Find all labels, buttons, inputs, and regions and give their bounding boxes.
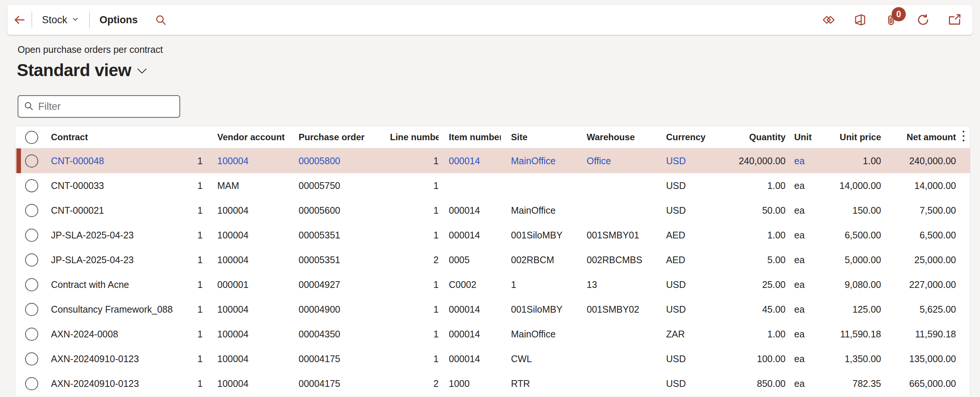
cell-n1[interactable]: 1	[182, 205, 203, 216]
row-select-radio[interactable]	[25, 254, 38, 266]
cell-site[interactable]: MainOffice	[501, 329, 576, 340]
column-header-vendor[interactable]: Vendor account	[203, 132, 293, 142]
cell-n1[interactable]: 1	[182, 304, 203, 315]
cell-po[interactable]: 00004927	[293, 279, 390, 290]
cell-line[interactable]: 1	[390, 230, 439, 241]
cell-item[interactable]: 1000	[439, 378, 501, 389]
cell-vendor[interactable]: MAM	[203, 180, 293, 191]
row-select-radio[interactable]	[25, 377, 38, 390]
cell-net[interactable]: 7,500.00	[881, 205, 956, 216]
cell-price[interactable]: 11,590.18	[814, 329, 881, 340]
office-button[interactable]	[852, 9, 869, 31]
cell-price[interactable]: 782.35	[814, 378, 881, 389]
cell-po[interactable]: 00005351	[293, 230, 390, 241]
cell-item[interactable]: 000014	[439, 329, 501, 340]
cell-qty[interactable]: 1.00	[712, 329, 788, 340]
cell-line[interactable]: 1	[390, 279, 439, 290]
cell-currency[interactable]: AED	[656, 255, 712, 265]
cell-vendor[interactable]: 100004	[203, 230, 293, 241]
refresh-button[interactable]	[915, 9, 931, 31]
cell-net[interactable]: 240,000.00	[881, 156, 956, 166]
table-row[interactable]: CNT-0000331MAM000057501USD1.00ea14,000.0…	[15, 173, 970, 198]
cell-net[interactable]: 5,625.00	[881, 304, 956, 315]
cell-qty[interactable]: 1.00	[712, 180, 788, 191]
cell-site[interactable]: 1	[501, 279, 576, 290]
cell-currency[interactable]: USD	[656, 279, 712, 290]
cell-n1[interactable]: 1	[182, 354, 203, 364]
cell-net[interactable]: 14,000.00	[881, 180, 956, 191]
cell-item[interactable]: 0005	[439, 255, 501, 265]
column-header-unit[interactable]: Unit	[788, 132, 814, 142]
column-options-button[interactable]	[956, 126, 970, 148]
cell-qty[interactable]: 100.00	[712, 354, 788, 364]
cell-unit[interactable]: ea	[788, 304, 814, 315]
cell-contract[interactable]: CNT-000021	[51, 205, 182, 216]
cell-vendor[interactable]: 100004	[203, 354, 293, 364]
cell-po[interactable]: 00004350	[293, 329, 390, 340]
table-row[interactable]: AXN-20240910-01231100004000041751000014C…	[15, 346, 970, 371]
cell-unit[interactable]: ea	[788, 354, 814, 364]
column-header-site[interactable]: Site	[501, 132, 576, 142]
cell-item[interactable]: 000014	[439, 156, 501, 166]
power-apps-button[interactable]	[821, 9, 837, 31]
cell-contract[interactable]: CNT-000033	[51, 180, 182, 191]
cell-contract[interactable]: JP-SLA-2025-04-23	[51, 230, 182, 241]
search-button[interactable]	[148, 5, 174, 35]
cell-qty[interactable]: 5.00	[712, 255, 788, 265]
cell-currency[interactable]: USD	[656, 354, 712, 364]
column-header-qty[interactable]: Quantity	[712, 132, 788, 142]
table-row[interactable]: AXN-20240910-012311000040000417521000RTR…	[15, 371, 970, 396]
cell-price[interactable]: 150.00	[814, 205, 881, 216]
cell-price[interactable]: 5,000.00	[814, 255, 881, 265]
cell-currency[interactable]: USD	[656, 156, 712, 166]
cell-vendor[interactable]: 100004	[203, 156, 293, 166]
attachments-button[interactable]: 0	[883, 9, 900, 31]
table-row[interactable]: AXN-2024-00081100004000043501000014MainO…	[15, 322, 970, 346]
cell-price[interactable]: 125.00	[814, 304, 881, 315]
cell-currency[interactable]: AED	[656, 230, 712, 241]
row-select-radio[interactable]	[25, 204, 38, 217]
table-row[interactable]: CNT-0000481100004000058001000014MainOffi…	[15, 148, 970, 173]
row-select-radio[interactable]	[25, 155, 38, 167]
cell-price[interactable]: 1,350.00	[814, 354, 881, 364]
cell-contract[interactable]: JP-SLA-2025-04-23	[51, 255, 182, 265]
cell-line[interactable]: 1	[390, 205, 439, 216]
cell-item[interactable]: 000014	[439, 205, 501, 216]
cell-net[interactable]: 665,000.00	[881, 378, 956, 389]
cell-line[interactable]: 1	[390, 156, 439, 166]
column-header-warehouse[interactable]: Warehouse	[576, 132, 656, 142]
filter-input[interactable]	[38, 101, 174, 112]
options-menu-button[interactable]: Options	[90, 5, 148, 35]
cell-site[interactable]: CWL	[501, 354, 576, 364]
column-header-line[interactable]: Line number	[390, 132, 439, 142]
cell-qty[interactable]: 1.00	[712, 230, 788, 241]
cell-item[interactable]: 000014	[439, 304, 501, 315]
cell-site[interactable]: 002RBCM	[501, 255, 576, 265]
cell-qty[interactable]: 850.00	[712, 378, 788, 389]
cell-unit[interactable]: ea	[788, 255, 814, 265]
column-header-item[interactable]: Item number	[439, 132, 501, 142]
cell-warehouse[interactable]: 001SMBY02	[576, 304, 656, 315]
cell-line[interactable]: 2	[390, 378, 439, 389]
open-in-new-window-button[interactable]	[946, 9, 963, 31]
cell-net[interactable]: 11,590.18	[881, 329, 956, 340]
cell-line[interactable]: 1	[390, 329, 439, 340]
cell-po[interactable]: 00004175	[293, 354, 390, 364]
cell-line[interactable]: 2	[390, 255, 439, 265]
table-row[interactable]: JP-SLA-2025-04-2311000040000535110000140…	[15, 223, 970, 247]
cell-site[interactable]: RTR	[501, 378, 576, 389]
cell-vendor[interactable]: 100004	[203, 255, 293, 265]
cell-vendor[interactable]: 100004	[203, 205, 293, 216]
cell-contract[interactable]: Consultancy Framework_088	[51, 304, 182, 315]
cell-unit[interactable]: ea	[788, 156, 814, 166]
cell-po[interactable]: 00005800	[293, 156, 390, 166]
cell-n1[interactable]: 1	[182, 156, 203, 166]
cell-item[interactable]: 000014	[439, 230, 501, 241]
column-header-price[interactable]: Unit price	[814, 132, 881, 142]
cell-unit[interactable]: ea	[788, 205, 814, 216]
cell-n1[interactable]: 1	[182, 279, 203, 290]
cell-unit[interactable]: ea	[788, 378, 814, 389]
row-select-radio[interactable]	[25, 179, 38, 192]
cell-line[interactable]: 1	[390, 180, 439, 191]
cell-item[interactable]: 000014	[439, 354, 501, 364]
